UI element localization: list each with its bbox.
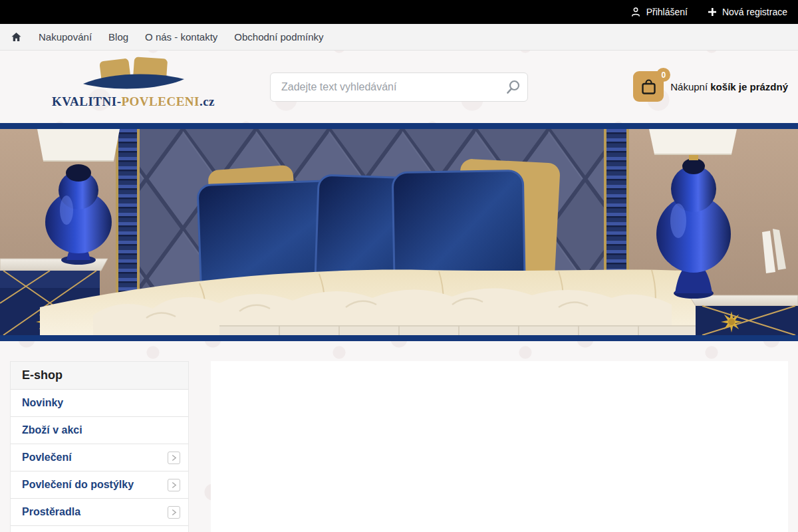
site-header: KVALITNI-POVLECENI.cz 0 Nákupní košík je…: [0, 51, 798, 123]
sidebar-item-povleceni[interactable]: Povlečení: [11, 444, 188, 471]
sidebar-item-novinky[interactable]: Novinky: [11, 390, 188, 417]
sidebar-item-clipped[interactable]: [11, 526, 188, 532]
sidebar-item-zbozi-v-akci[interactable]: Zboží v akci: [11, 417, 188, 444]
bedroom-photo: [0, 129, 798, 335]
shopping-bag-icon: [640, 78, 658, 96]
nav-item-o-nas[interactable]: O nás - kontakty: [145, 31, 217, 43]
site-logo[interactable]: KVALITNI-POVLECENI.cz: [52, 56, 215, 109]
content-area: E-shop Novinky Zboží v akci Povlečení Po…: [0, 341, 798, 532]
eshop-sidebar: E-shop Novinky Zboží v akci Povlečení Po…: [10, 361, 189, 532]
account-bar: Přihlášení Nová registrace: [0, 0, 798, 24]
expand-button[interactable]: [168, 506, 180, 519]
register-label: Nová registrace: [722, 7, 787, 17]
cart-count-badge: 0: [656, 68, 670, 82]
plus-icon: [708, 7, 717, 17]
main-content-panel: [211, 361, 788, 532]
search-bar: [270, 72, 528, 102]
login-label: Přihlášení: [646, 7, 688, 17]
home-icon: [11, 32, 22, 43]
sidebar-item-povleceni-do-postylky[interactable]: Povlečení do postýlky: [11, 471, 188, 499]
logo-pillows-icon: [80, 56, 187, 93]
login-link[interactable]: Přihlášení: [630, 7, 688, 17]
search-icon: [505, 79, 521, 95]
hero-banner[interactable]: [0, 123, 798, 341]
cart-status-text: Nákupní košík je prázdný: [670, 81, 788, 92]
nav-item-nakupovani[interactable]: Nakupování: [39, 31, 92, 43]
main-nav: Nakupování Blog O nás - kontakty Obchodn…: [0, 24, 798, 51]
search-input[interactable]: [270, 72, 528, 102]
chevron-right-icon: [168, 506, 180, 519]
nav-item-obchodni-podminky[interactable]: Obchodní podmínky: [234, 31, 323, 43]
chevron-right-icon: [168, 452, 180, 464]
nav-home-link[interactable]: [11, 32, 22, 43]
expand-button[interactable]: [168, 479, 180, 491]
sidebar-item-prosteradla[interactable]: Prostěradla: [11, 499, 188, 526]
register-link[interactable]: Nová registrace: [708, 7, 787, 17]
logo-wordmark: KVALITNI-POVLECENI.cz: [52, 94, 215, 109]
sidebar-title: E-shop: [11, 362, 188, 390]
cart-button[interactable]: 0: [633, 71, 664, 102]
user-icon: [630, 7, 641, 17]
cart-widget: 0 Nákupní košík je prázdný: [633, 71, 788, 102]
search-button[interactable]: [505, 79, 521, 95]
nav-item-blog[interactable]: Blog: [108, 31, 128, 43]
expand-button[interactable]: [168, 452, 180, 464]
chevron-right-icon: [168, 479, 180, 491]
